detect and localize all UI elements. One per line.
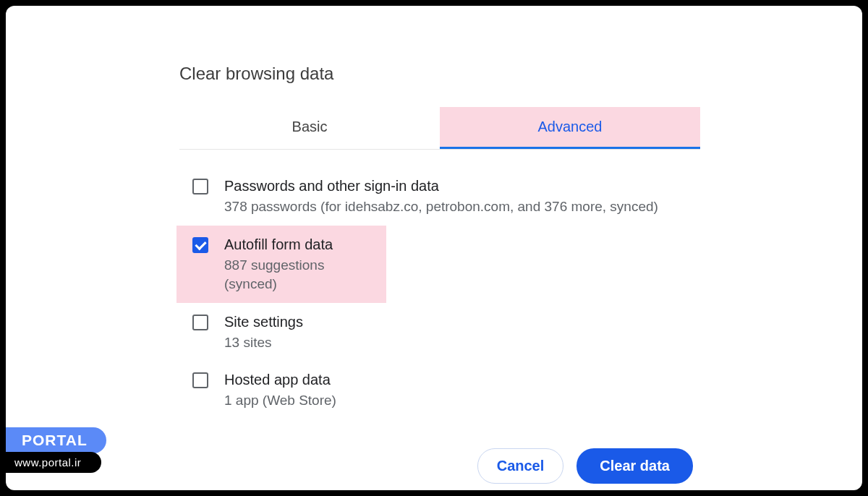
watermark-brand: PORTAL <box>6 427 106 453</box>
option-hosted-app[interactable]: Hosted app data 1 app (Web Store) <box>179 361 700 419</box>
option-sub: 378 passwords (for idehsabz.co, petrobon… <box>224 197 693 217</box>
app-frame: Clear browsing data Basic Advanced Passw… <box>6 6 862 490</box>
watermark-url: www.portal.ir <box>6 452 101 473</box>
watermark: PORTAL www.portal.ir <box>6 427 106 473</box>
cancel-button[interactable]: Cancel <box>477 448 564 484</box>
option-site-settings[interactable]: Site settings 13 sites <box>179 303 700 362</box>
clear-data-button[interactable]: Clear data <box>576 448 693 484</box>
option-text: Passwords and other sign-in data 378 pas… <box>224 176 693 217</box>
clear-browsing-data-dialog: Clear browsing data Basic Advanced Passw… <box>179 64 700 484</box>
option-label: Site settings <box>224 312 693 332</box>
option-sub: 887 suggestions (synced) <box>224 256 379 294</box>
option-label: Passwords and other sign-in data <box>224 176 693 196</box>
option-label: Hosted app data <box>224 369 693 390</box>
option-sub: 13 sites <box>224 333 693 353</box>
option-passwords[interactable]: Passwords and other sign-in data 378 pas… <box>179 167 700 226</box>
option-label: Autofill form data <box>224 234 379 255</box>
tabs: Basic Advanced <box>179 107 700 150</box>
checkbox-autofill[interactable] <box>192 237 208 253</box>
checkbox-hosted-app[interactable] <box>192 372 208 388</box>
option-text: Site settings 13 sites <box>224 312 693 353</box>
option-sub: 1 app (Web Store) <box>224 391 693 411</box>
checkbox-passwords[interactable] <box>192 179 208 194</box>
checkbox-site-settings[interactable] <box>192 315 208 330</box>
dialog-actions: Cancel Clear data <box>179 448 700 484</box>
option-text: Autofill form data 887 suggestions (sync… <box>224 234 379 294</box>
tab-basic[interactable]: Basic <box>179 107 440 149</box>
option-text: Hosted app data 1 app (Web Store) <box>224 369 693 411</box>
options-list: Passwords and other sign-in data 378 pas… <box>179 167 700 419</box>
option-autofill[interactable]: Autofill form data 887 suggestions (sync… <box>176 226 386 303</box>
tab-advanced[interactable]: Advanced <box>440 107 700 149</box>
dialog-title: Clear browsing data <box>179 64 700 84</box>
